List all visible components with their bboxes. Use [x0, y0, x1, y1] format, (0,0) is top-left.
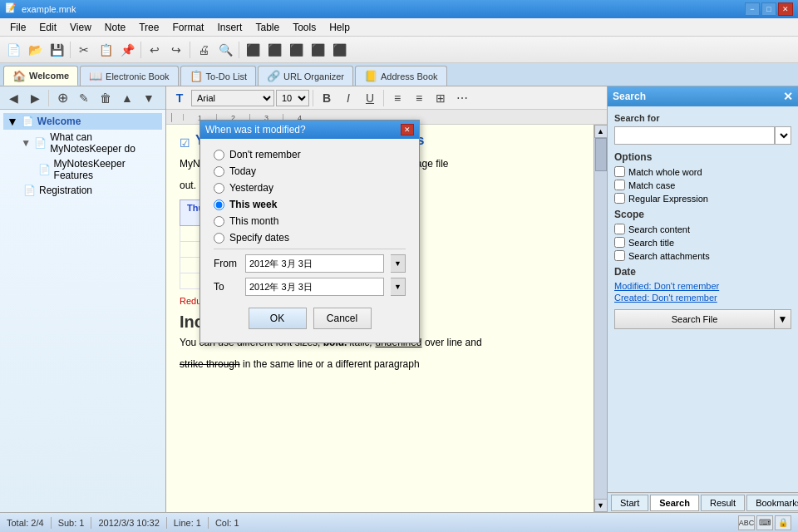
- tab-welcome[interactable]: 🏠 Welcome: [3, 66, 78, 86]
- dialog-buttons: OK Cancel: [214, 301, 406, 332]
- cut-btn[interactable]: ✂: [74, 40, 94, 60]
- tree-item-registration[interactable]: 📄 Registration: [3, 183, 162, 198]
- sep4: [239, 42, 239, 58]
- search-input[interactable]: [614, 126, 775, 145]
- btab-bookmarks-label: Bookmarks: [756, 498, 798, 508]
- dialog-body: Don't remember Today Yesterday This week: [200, 139, 419, 342]
- radio-input-today[interactable]: [214, 166, 224, 177]
- menu-table[interactable]: Table: [249, 20, 286, 35]
- menu-view[interactable]: View: [63, 20, 98, 35]
- tree-up-btn[interactable]: ▲: [117, 88, 137, 108]
- copy-btn[interactable]: 📋: [96, 40, 116, 60]
- close-button[interactable]: ✕: [778, 2, 793, 16]
- tree-item-features[interactable]: 📄 MyNotesKeeper Features: [3, 156, 162, 183]
- status-abc-icon: ABC: [738, 515, 755, 530]
- tab-url-organizer[interactable]: 🔗 URL Organizer: [258, 66, 353, 86]
- redo-btn[interactable]: ↪: [166, 40, 186, 60]
- cb-search-content[interactable]: [614, 224, 625, 234]
- paste-btn[interactable]: 📌: [117, 40, 137, 60]
- menu-help[interactable]: Help: [323, 20, 357, 35]
- radio-input-specify-dates[interactable]: [214, 233, 224, 244]
- radio-dont-remember: Don't remember: [214, 149, 406, 160]
- menu-file[interactable]: File: [3, 20, 32, 35]
- search-dropdown[interactable]: [775, 126, 791, 145]
- cb-label-search-attachments: Search attachments: [628, 251, 710, 261]
- menu-tree[interactable]: Tree: [132, 20, 165, 35]
- tree-edit-btn[interactable]: ✎: [74, 88, 94, 108]
- main-layout: ◀ ▶ ⊕ ✎ 🗑 ▲ ▼ ▼ 📄 Welcome ▼ 📄 What can M…: [0, 86, 798, 512]
- back-btn[interactable]: ◀: [3, 88, 23, 108]
- to-row: To 2012年 3月 3日 ▼: [214, 278, 406, 296]
- tb5[interactable]: ⬛: [329, 40, 349, 60]
- menu-note[interactable]: Note: [98, 20, 132, 35]
- tree-del-btn[interactable]: 🗑: [96, 88, 116, 108]
- btab-search[interactable]: Search: [650, 495, 699, 511]
- radio-input-dont-remember[interactable]: [214, 150, 224, 160]
- to-label: To: [214, 281, 239, 293]
- from-date-input[interactable]: 2012年 3月 3日: [245, 254, 384, 273]
- tree-page-features: 📄: [38, 164, 51, 175]
- tree-add-btn[interactable]: ⊕: [52, 88, 72, 108]
- from-date-value: 2012年 3月 3日: [249, 258, 313, 270]
- find-btn[interactable]: 🔍: [215, 40, 235, 60]
- cb-match-whole-word[interactable]: [614, 166, 625, 177]
- cb-search-title[interactable]: [614, 237, 625, 248]
- tree-down-btn[interactable]: ▼: [139, 88, 159, 108]
- search-close-button[interactable]: ✕: [783, 90, 793, 103]
- status-sep2: [91, 517, 91, 529]
- save-btn[interactable]: 💾: [47, 40, 66, 60]
- dialog-close-button[interactable]: ✕: [401, 124, 414, 135]
- tree-sep: [48, 90, 49, 106]
- tree-item-what[interactable]: ▼ 📄 What can MyNotesKeeper do: [3, 130, 162, 156]
- created-link[interactable]: Created: Don't remember: [614, 293, 791, 303]
- cb-label-regex: Regular Expression: [628, 194, 708, 204]
- tb3[interactable]: ⬛: [286, 40, 306, 60]
- menu-edit[interactable]: Edit: [32, 20, 63, 35]
- radio-input-yesterday[interactable]: [214, 183, 224, 194]
- menu-insert[interactable]: Insert: [210, 20, 249, 35]
- tb1[interactable]: ⬛: [243, 40, 263, 60]
- menu-tools[interactable]: Tools: [286, 20, 323, 35]
- search-header: Search ✕: [608, 86, 798, 106]
- tab-addr-label: Address Book: [381, 71, 437, 81]
- cb-regex[interactable]: [614, 193, 625, 204]
- cancel-button[interactable]: Cancel: [313, 308, 372, 329]
- tab-todo-list[interactable]: 📋 To-Do List: [180, 66, 257, 86]
- tree-item-welcome[interactable]: ▼ 📄 Welcome: [3, 113, 162, 130]
- tb2[interactable]: ⬛: [264, 40, 284, 60]
- tab-electronic-book[interactable]: 📖 Electronic Book: [80, 66, 178, 86]
- tree-toolbar: ◀ ▶ ⊕ ✎ 🗑 ▲ ▼: [0, 86, 165, 110]
- new-btn[interactable]: 📄: [3, 40, 23, 60]
- status-col: Col: 1: [215, 518, 239, 528]
- minimize-button[interactable]: −: [745, 2, 760, 16]
- btab-result[interactable]: Result: [701, 495, 745, 511]
- menu-format[interactable]: Format: [165, 20, 210, 35]
- search-file-dropdown-arrow[interactable]: ▼: [775, 309, 791, 329]
- print-btn[interactable]: 🖨: [194, 40, 214, 60]
- to-date-arrow[interactable]: ▼: [391, 278, 406, 296]
- cb-search-attachments[interactable]: [614, 250, 625, 261]
- btab-bookmarks[interactable]: Bookmarks: [746, 495, 798, 511]
- radio-input-this-week[interactable]: [214, 200, 224, 210]
- radio-input-this-month[interactable]: [214, 216, 224, 227]
- tree-icon-welcome: ▼: [7, 115, 18, 128]
- modified-link[interactable]: Modified: Don't remember: [614, 281, 791, 291]
- from-date-arrow[interactable]: ▼: [391, 254, 406, 273]
- search-file-button[interactable]: Search File: [614, 309, 775, 329]
- cb-match-case[interactable]: [614, 180, 625, 190]
- tree-label-reg: Registration: [39, 185, 92, 196]
- dialog-divider: [214, 249, 406, 249]
- title-bar: 📝 example.mnk − □ ✕: [0, 0, 798, 18]
- status-kb-icon: ⌨: [756, 515, 773, 530]
- to-date-input[interactable]: 2012年 3月 3日: [245, 278, 384, 296]
- tab-address-book[interactable]: 📒 Address Book: [355, 66, 446, 86]
- maximize-button[interactable]: □: [761, 2, 776, 16]
- btab-start[interactable]: Start: [611, 495, 648, 511]
- scope-title: Scope: [614, 209, 791, 220]
- forward-btn[interactable]: ▶: [25, 88, 45, 108]
- ok-button[interactable]: OK: [249, 308, 307, 329]
- undo-btn[interactable]: ↩: [145, 40, 165, 60]
- tb4[interactable]: ⬛: [308, 40, 328, 60]
- open-btn[interactable]: 📂: [25, 40, 45, 60]
- radio-this-week: This week: [214, 199, 406, 210]
